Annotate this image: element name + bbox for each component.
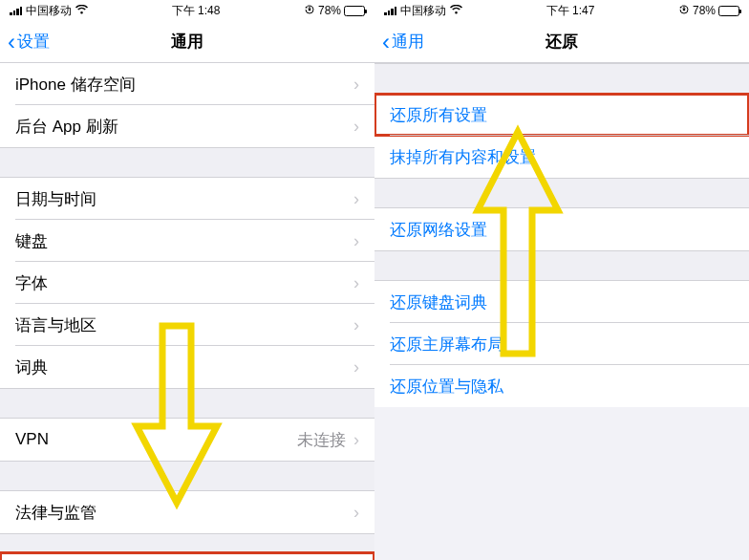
time-label: 下午 1:48 — [172, 3, 221, 19]
wifi-icon — [450, 5, 462, 16]
row-label: 字体 — [15, 272, 48, 294]
row-reset-network[interactable]: 还原网络设置 — [374, 208, 749, 250]
battery-icon — [344, 6, 365, 16]
chevron-right-icon: › — [353, 231, 359, 251]
chevron-right-icon: › — [353, 430, 359, 450]
back-button[interactable]: ‹ 设置 — [0, 31, 50, 54]
chevron-right-icon: › — [353, 117, 359, 137]
battery-pct-label: 78% — [693, 4, 716, 17]
group-spacer — [0, 533, 374, 552]
row-label: 还原键盘词典 — [390, 291, 487, 313]
back-label: 通用 — [392, 31, 424, 53]
reset-group-network: 还原网络设置 — [374, 208, 749, 250]
row-vpn[interactable]: VPN 未连接 › — [0, 419, 374, 461]
row-label: 键盘 — [15, 230, 48, 252]
reset-list: 还原所有设置 抹掉所有内容和设置 还原网络设置 还原键盘词典 还原主屏幕布局 还… — [374, 63, 749, 407]
group-spacer — [0, 461, 374, 491]
row-label: 日期与时间 — [15, 188, 96, 210]
chevron-right-icon: › — [353, 503, 359, 523]
row-label: 法律与监管 — [15, 502, 96, 524]
chevron-right-icon: › — [353, 357, 359, 377]
row-background-refresh[interactable]: 后台 App 刷新 › — [0, 105, 374, 147]
svg-rect-1 — [683, 9, 685, 11]
row-label: 还原主屏幕布局 — [390, 334, 503, 355]
settings-group-vpn: VPN 未连接 › — [0, 419, 374, 461]
chevron-right-icon: › — [353, 189, 359, 209]
settings-group-reset: 还原 › — [0, 552, 374, 560]
group-spacer — [0, 147, 374, 178]
row-date-time[interactable]: 日期与时间 › — [0, 178, 374, 220]
row-reset-all-settings[interactable]: 还原所有设置 — [374, 94, 749, 136]
row-fonts[interactable]: 字体 › — [0, 262, 374, 304]
back-button[interactable]: ‹ 通用 — [374, 31, 424, 54]
carrier-label: 中国移动 — [26, 3, 72, 19]
row-reset-keyboard-dict[interactable]: 还原键盘词典 — [374, 281, 749, 323]
row-label: 抹掉所有内容和设置 — [390, 146, 536, 168]
rotation-lock-icon — [678, 4, 690, 17]
row-reset-location-privacy[interactable]: 还原位置与隐私 — [374, 365, 749, 407]
signal-icon — [384, 6, 396, 15]
row-value: 未连接 — [297, 429, 346, 451]
row-reset[interactable]: 还原 › — [0, 552, 374, 560]
row-label: iPhone 储存空间 — [15, 74, 136, 96]
reset-group-main: 还原所有设置 抹掉所有内容和设置 — [374, 94, 749, 178]
chevron-right-icon: › — [353, 315, 359, 335]
row-label: 词典 — [15, 356, 48, 378]
battery-icon — [718, 6, 739, 16]
group-spacer — [374, 63, 749, 94]
row-dictionary[interactable]: 词典 › — [0, 346, 374, 388]
row-label: 语言与地区 — [15, 314, 96, 336]
wifi-icon — [75, 5, 88, 16]
settings-group-legal: 法律与监管 › — [0, 491, 374, 533]
carrier-label: 中国移动 — [400, 3, 446, 19]
settings-list: iPhone 储存空间 › 后台 App 刷新 › 日期与时间 › 键盘 › 字… — [0, 63, 374, 560]
row-label: 还原网络设置 — [390, 219, 487, 241]
group-spacer — [0, 388, 374, 419]
row-label: 还原所有设置 — [390, 104, 487, 126]
status-bar: 中国移动 下午 1:48 78% — [0, 0, 374, 21]
page-title: 通用 — [171, 31, 203, 53]
group-spacer — [374, 178, 749, 208]
nav-bar: ‹ 通用 还原 — [374, 21, 749, 63]
row-legal[interactable]: 法律与监管 › — [0, 491, 374, 533]
nav-bar: ‹ 设置 通用 — [0, 21, 374, 63]
chevron-left-icon: ‹ — [382, 31, 390, 54]
row-iphone-storage[interactable]: iPhone 储存空间 › — [0, 63, 374, 105]
row-erase-all[interactable]: 抹掉所有内容和设置 — [374, 136, 749, 178]
time-label: 下午 1:47 — [546, 3, 595, 19]
settings-group-storage: iPhone 储存空间 › 后台 App 刷新 › — [0, 63, 374, 147]
row-keyboard[interactable]: 键盘 › — [0, 220, 374, 262]
chevron-right-icon: › — [353, 75, 359, 95]
settings-group-system: 日期与时间 › 键盘 › 字体 › 语言与地区 › 词典 › — [0, 178, 374, 388]
battery-pct-label: 78% — [318, 4, 341, 17]
row-label: VPN — [15, 430, 49, 449]
page-title: 还原 — [546, 31, 578, 53]
status-bar: 中国移动 下午 1:47 78% — [374, 0, 749, 21]
row-language-region[interactable]: 语言与地区 › — [0, 304, 374, 346]
signal-icon — [10, 6, 22, 15]
row-label: 后台 App 刷新 — [15, 116, 118, 138]
svg-rect-0 — [309, 9, 310, 11]
back-label: 设置 — [17, 31, 50, 53]
row-label: 还原位置与隐私 — [390, 376, 503, 398]
chevron-left-icon: ‹ — [8, 31, 15, 54]
group-spacer — [374, 250, 749, 281]
reset-group-misc: 还原键盘词典 还原主屏幕布局 还原位置与隐私 — [374, 281, 749, 407]
phone-screen-reset: 中国移动 下午 1:47 78% ‹ 通用 还原 还原所有设置 抹 — [374, 0, 749, 560]
phone-screen-general: 中国移动 下午 1:48 78% ‹ 设置 通用 iPhone 储存空间 › — [0, 0, 374, 560]
row-reset-home-layout[interactable]: 还原主屏幕布局 — [374, 323, 749, 365]
rotation-lock-icon — [304, 4, 315, 17]
chevron-right-icon: › — [353, 273, 359, 293]
